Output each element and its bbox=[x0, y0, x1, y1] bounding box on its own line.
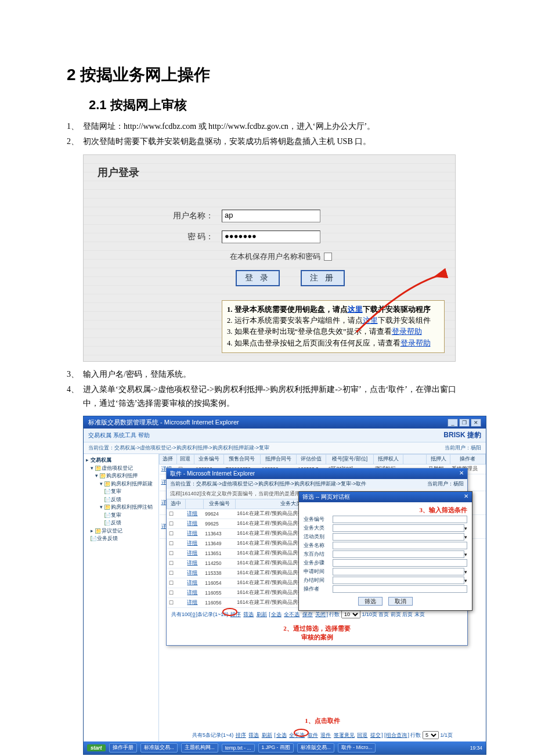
maximize-icon[interactable]: ❐ bbox=[459, 419, 470, 427]
nav-tree[interactable]: ▸ 交易权属 ▾ 📁虚他项权登记 ▾ 📁购房权利抵押 ▾ 📁购房权利抵押新建 📄… bbox=[84, 454, 159, 741]
filter-ok-button[interactable]: 筛选 bbox=[358, 597, 383, 606]
minimize-icon[interactable]: _ bbox=[448, 419, 458, 427]
rows-select-2[interactable]: 5 bbox=[423, 731, 439, 739]
taskbar-item[interactable]: 1.JPG - 画图 bbox=[258, 743, 294, 753]
download-component-link[interactable]: 这里 bbox=[363, 316, 378, 325]
chevron-down-icon[interactable]: ▾ bbox=[464, 534, 467, 540]
remember-checkbox[interactable] bbox=[324, 253, 332, 261]
taskbar-item[interactable]: 操作手册 bbox=[109, 743, 137, 753]
filter-field[interactable] bbox=[333, 550, 464, 558]
filter-field[interactable] bbox=[333, 542, 467, 549]
taskbar-item[interactable]: 标准版交易... bbox=[140, 743, 178, 753]
step-num-2: 2、 bbox=[67, 135, 83, 149]
chevron-down-icon[interactable]: ▾ bbox=[464, 552, 467, 557]
taskbar-item[interactable]: temp.txt - ... bbox=[222, 744, 255, 752]
dlg2-close-icon[interactable]: ✕ bbox=[464, 493, 468, 501]
login-help-link-2[interactable]: 登录帮助 bbox=[400, 339, 431, 347]
heading-h1: 2 按揭业务网上操作 bbox=[67, 64, 467, 86]
filter-field[interactable] bbox=[333, 559, 467, 567]
login-help-link-1[interactable]: 登录帮助 bbox=[392, 327, 422, 336]
dialog-filter: 筛选 -- 网页对话框✕ 3、输入筛选条件 业务编号 业务大类▾ 活动类别▾ 业… bbox=[298, 491, 472, 611]
taskbar-clock: 19:34 bbox=[470, 745, 482, 751]
current-user: 当前用户：杨阳 bbox=[445, 444, 481, 452]
menubar[interactable]: 交易权属 系统工具 帮助 bbox=[88, 431, 150, 440]
step-num-3: 3、 bbox=[67, 368, 83, 381]
register-button[interactable]: 注 册 bbox=[301, 270, 345, 286]
taskbar-item[interactable]: 主题机构网... bbox=[181, 743, 218, 753]
filter-field[interactable] bbox=[333, 577, 464, 584]
figure-app: 标准版交易数据管理系统 - Microsoft Internet Explore… bbox=[83, 416, 486, 755]
filter-field[interactable] bbox=[333, 524, 464, 532]
username-input[interactable]: ap bbox=[222, 210, 320, 222]
annotation-3: 3、输入筛选条件 bbox=[420, 506, 468, 513]
password-label: 密 码： bbox=[94, 232, 222, 242]
dlg1-close-icon[interactable]: ✕ bbox=[459, 470, 464, 478]
login-button[interactable]: 登 录 bbox=[236, 270, 280, 286]
filter-field[interactable] bbox=[333, 585, 467, 593]
taskbar-item[interactable]: 标准版交易... bbox=[297, 743, 334, 753]
start-button[interactable]: start bbox=[87, 744, 106, 751]
brand-logo: BRISK 捷豹 bbox=[443, 430, 481, 440]
close-icon[interactable]: ✕ bbox=[471, 419, 481, 427]
step-2: 初次登陆时需要下载并安装钥匙盘驱动，安装成功后将钥匙盘插入主机 USB 口。 bbox=[83, 135, 371, 149]
chevron-down-icon[interactable]: ▾ bbox=[464, 569, 467, 575]
figure-login: 用户登录 用户名称： ap 密 码： ●●●●●●● 在本机保存用户名称和密码 … bbox=[83, 154, 456, 362]
taskbar: start 操作手册 标准版交易... 主题机构网... temp.txt - … bbox=[84, 741, 486, 754]
step-num-1: 1、 bbox=[67, 120, 83, 134]
step-3: 输入用户名/密码，登陆系统。 bbox=[83, 368, 191, 381]
password-input[interactable]: ●●●●●●● bbox=[222, 231, 320, 243]
download-driver-link[interactable]: 这里 bbox=[348, 305, 363, 314]
filter-field[interactable] bbox=[333, 533, 464, 541]
username-label: 用户名称： bbox=[94, 211, 222, 221]
filter-field[interactable] bbox=[333, 516, 467, 523]
rows-select-1[interactable]: 10 bbox=[341, 610, 360, 618]
chevron-down-icon[interactable]: ▾ bbox=[464, 525, 467, 531]
pager-2[interactable]: 共有5条记录(1~4) 排序 筛选 刷新 [全选 全不选 取件 退件 签署意见 … bbox=[159, 729, 486, 741]
link-fcdbz-gov[interactable]: http://www.fcdbz.gov.cn bbox=[208, 122, 288, 131]
filter-cancel-button[interactable]: 取消 bbox=[388, 597, 413, 606]
chevron-down-icon[interactable]: ▾ bbox=[464, 578, 467, 584]
link-fcdbz-com[interactable]: http://www.fcdbz.com bbox=[124, 122, 196, 131]
annotation-2: 2、通过筛选，选择需要 审核的案例 bbox=[283, 625, 351, 640]
login-title: 用户登录 bbox=[98, 165, 445, 179]
heading-h2: 2.1 按揭网上审核 bbox=[89, 96, 467, 114]
step-num-4: 4、 bbox=[67, 383, 83, 411]
breadcrumb: 当前位置：交易权属->虚他项权登记->购房权利抵押->购房权利抵押新建->复审 bbox=[88, 444, 269, 452]
remember-label: 在本机保存用户名称和密码 bbox=[230, 251, 320, 262]
step-4: 进入菜单‘交易权属->虚他项权登记->购房权利抵押->购房权利抵押新建->初审’… bbox=[83, 383, 467, 411]
window-title: 标准版交易数据管理系统 - Microsoft Internet Explore… bbox=[88, 418, 239, 427]
taskbar-item[interactable]: 取件 - Micro... bbox=[338, 743, 376, 753]
login-notes: 1. 登录本系统需要使用钥匙盘，请点这里下载并安装驱动程序 2. 运行本系统需要… bbox=[222, 300, 445, 354]
filter-field[interactable] bbox=[333, 568, 464, 575]
annotation-1: 1、点击取件 bbox=[305, 717, 340, 724]
step-1: 登陆网址：http://www.fcdbz.com 或 http://www.f… bbox=[83, 120, 375, 134]
